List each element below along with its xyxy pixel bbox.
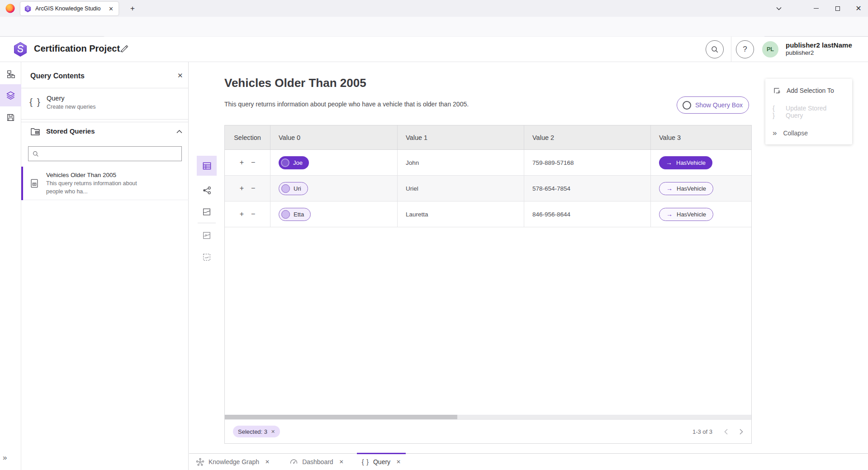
query-item-title: Query bbox=[47, 95, 65, 102]
query-item-subtitle: Create new queries bbox=[47, 104, 95, 110]
table-row[interactable]: + − Etta Lauretta 846-956-8644 →HasVehic… bbox=[225, 201, 751, 227]
show-query-box-label: Show Query Box bbox=[695, 101, 743, 109]
entity-dot-icon bbox=[281, 210, 290, 219]
add-to-selection-icon[interactable]: + bbox=[240, 159, 244, 166]
selected-count-chip[interactable]: Selected: 3 ✕ bbox=[233, 426, 280, 437]
results-context-menu: Add Selection To { } Update Stored Query… bbox=[765, 79, 852, 144]
remove-from-selection-icon[interactable]: − bbox=[251, 185, 255, 192]
tab-close-icon[interactable]: ✕ bbox=[107, 5, 115, 12]
cell-name: John bbox=[398, 150, 524, 175]
toggle-switch[interactable] bbox=[683, 101, 691, 109]
stored-query-description: This query returns information about peo… bbox=[46, 180, 150, 196]
add-to-selection-icon[interactable]: + bbox=[240, 185, 244, 192]
folder-table-icon bbox=[30, 126, 41, 137]
window-maximize-button[interactable] bbox=[828, 0, 848, 17]
tab-query[interactable]: { } Query ✕ bbox=[357, 454, 406, 470]
show-query-box-toggle[interactable]: Show Query Box bbox=[677, 96, 749, 114]
column-header-value3[interactable]: Value 3 bbox=[651, 125, 751, 149]
stored-queries-searchbox[interactable] bbox=[28, 146, 182, 161]
add-to-selection-icon[interactable]: + bbox=[240, 211, 244, 218]
toggle-knob bbox=[683, 101, 691, 110]
user-avatar[interactable]: PL bbox=[762, 41, 778, 58]
remove-from-selection-icon[interactable]: − bbox=[251, 159, 255, 166]
previous-page-icon[interactable] bbox=[724, 429, 728, 435]
query-contents-panel: Query Contents ✕ { } Query Create new qu… bbox=[21, 62, 189, 470]
tab-dashboard[interactable]: Dashboard ✕ bbox=[285, 454, 349, 470]
stored-query-document-icon bbox=[29, 178, 39, 188]
selected-indicator bbox=[21, 167, 23, 200]
column-header-selection[interactable]: Selection bbox=[225, 125, 270, 149]
save-icon bbox=[6, 113, 15, 122]
next-page-icon[interactable] bbox=[740, 429, 743, 435]
window-minimize-button[interactable] bbox=[806, 0, 826, 17]
relationship-pill[interactable]: →HasVehicle bbox=[659, 156, 712, 169]
cell-phone: 846-956-8644 bbox=[524, 201, 651, 227]
column-header-value2[interactable]: Value 2 bbox=[524, 125, 651, 149]
sidebar-item-data-model[interactable] bbox=[0, 63, 21, 85]
horizontal-scrollbar[interactable] bbox=[225, 415, 751, 419]
knowledge-graph-icon bbox=[196, 458, 204, 466]
table-row[interactable]: + − Joe John 759-889-57168 →HasVehicle bbox=[225, 150, 751, 176]
entity-pill[interactable]: Etta bbox=[279, 208, 311, 221]
braces-icon: { } bbox=[773, 105, 780, 119]
edit-title-pencil-icon[interactable] bbox=[119, 44, 130, 55]
search-icon bbox=[711, 46, 719, 53]
search-button[interactable] bbox=[706, 40, 724, 58]
browser-toolbar: https://dev0028833.esri.com/portal/apps/… bbox=[0, 17, 868, 37]
query-results-table: Selection Value 0 Value 1 Value 2 Value … bbox=[224, 125, 752, 444]
table-view-button[interactable] bbox=[197, 156, 217, 176]
tool-divider bbox=[198, 223, 216, 223]
entity-pill[interactable]: Joe bbox=[279, 156, 309, 169]
tab-close-icon[interactable]: ✕ bbox=[265, 459, 270, 465]
new-tab-button[interactable]: + bbox=[127, 3, 138, 14]
help-button[interactable]: ? bbox=[736, 40, 754, 58]
query-create-item[interactable]: { } Query Create new queries bbox=[21, 88, 189, 119]
tab-label: Query bbox=[373, 458, 390, 465]
menu-label: Collapse bbox=[783, 129, 807, 137]
table-row[interactable]: + − Uri Uriel 578-654-7854 →HasVehicle bbox=[225, 176, 751, 201]
menu-label: Update Stored Query bbox=[786, 105, 845, 119]
menu-item-add-selection-to[interactable]: Add Selection To bbox=[765, 80, 852, 101]
tab-knowledge-graph[interactable]: Knowledge Graph ✕ bbox=[191, 454, 275, 470]
header-divider bbox=[731, 37, 731, 62]
tab-close-icon[interactable]: ✕ bbox=[339, 459, 344, 465]
stored-query-item[interactable]: Vehicles Older Than 2005 This query retu… bbox=[21, 167, 189, 200]
browser-tab[interactable]: ArcGIS Knowledge Studio ✕ bbox=[20, 2, 119, 15]
panel-close-icon[interactable]: ✕ bbox=[177, 72, 183, 80]
link-chart-button[interactable] bbox=[197, 180, 217, 200]
arcgis-knowledge-studio-logo bbox=[12, 41, 28, 58]
chevron-up-icon[interactable] bbox=[176, 129, 182, 134]
firefox-logo-icon[interactable] bbox=[5, 3, 15, 14]
add-to-map-button[interactable] bbox=[197, 225, 217, 245]
expand-rail-icon[interactable]: » bbox=[3, 453, 7, 462]
braces-icon: { } bbox=[29, 96, 41, 107]
table-header-row: Selection Value 0 Value 1 Value 2 Value … bbox=[225, 125, 751, 150]
menu-item-collapse[interactable]: » Collapse bbox=[765, 122, 852, 144]
menu-item-update-stored-query[interactable]: { } Update Stored Query bbox=[765, 101, 852, 122]
map-view-button[interactable] bbox=[197, 202, 217, 222]
window-close-button[interactable]: ✕ bbox=[849, 0, 868, 17]
add-selection-icon bbox=[773, 86, 781, 95]
list-tabs-icon[interactable] bbox=[769, 0, 789, 17]
link-analysis-icon bbox=[202, 186, 212, 195]
relationship-pill[interactable]: →HasVehicle bbox=[659, 182, 713, 195]
column-header-value0[interactable]: Value 0 bbox=[270, 125, 398, 149]
cell-name: Lauretta bbox=[398, 201, 524, 227]
remove-from-selection-icon[interactable]: − bbox=[251, 211, 255, 218]
sidebar-item-save[interactable] bbox=[0, 106, 21, 129]
stored-queries-header[interactable]: Stored Queries bbox=[21, 123, 189, 141]
scrollbar-thumb[interactable] bbox=[225, 415, 457, 419]
column-header-value1[interactable]: Value 1 bbox=[398, 125, 524, 149]
sidebar-item-contents[interactable] bbox=[0, 84, 21, 106]
tab-close-icon[interactable]: ✕ bbox=[396, 459, 401, 465]
stored-queries-search-input[interactable] bbox=[43, 150, 177, 157]
new-map-button[interactable] bbox=[197, 247, 217, 267]
clear-selection-icon[interactable]: ✕ bbox=[271, 429, 275, 435]
entity-pill[interactable]: Uri bbox=[279, 182, 308, 195]
relationship-pill[interactable]: →HasVehicle bbox=[659, 208, 713, 221]
tab-label: Knowledge Graph bbox=[209, 458, 259, 465]
table-icon bbox=[202, 161, 212, 171]
stored-query-title: Vehicles Older Than 2005 bbox=[46, 172, 116, 178]
browser-tab-strip: ArcGIS Knowledge Studio ✕ + ✕ bbox=[0, 0, 868, 17]
table-footer: Selected: 3 ✕ 1-3 of 3 bbox=[225, 419, 751, 443]
